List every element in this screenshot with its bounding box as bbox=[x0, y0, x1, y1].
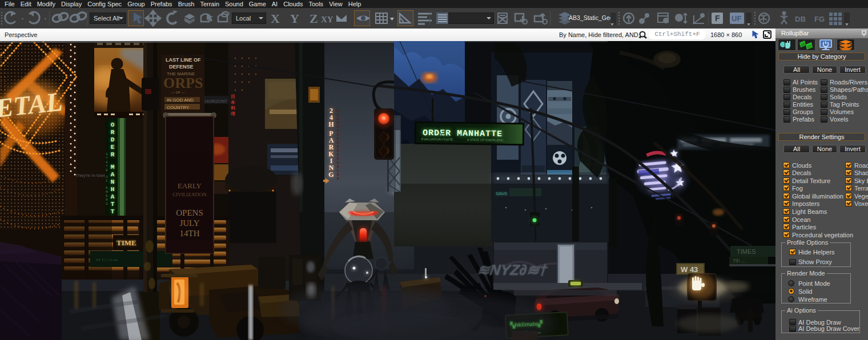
svg-text:SAVE: SAVE bbox=[496, 191, 508, 196]
svg-text:G: G bbox=[106, 202, 108, 205]
svg-text:A: A bbox=[111, 171, 115, 178]
svg-text:G: G bbox=[328, 171, 333, 179]
svg-text:AB3_Static_Geo: AB3_Static_Geo bbox=[569, 14, 613, 21]
svg-text:R: R bbox=[111, 151, 115, 158]
svg-text:X: X bbox=[271, 11, 280, 26]
svg-text:T: T bbox=[111, 208, 115, 215]
svg-text:O: O bbox=[111, 122, 115, 128]
svg-text:ORPS: ORPS bbox=[163, 75, 203, 91]
svg-text:They're in town: They're in town bbox=[75, 173, 106, 178]
svg-text:COUNTRY: COUNTRY bbox=[167, 105, 190, 110]
svg-text:Z: Z bbox=[310, 11, 318, 26]
svg-text:A STATE OF EMERGENC..: A STATE OF EMERGENC.. bbox=[467, 138, 506, 142]
svg-text:T: T bbox=[111, 201, 115, 208]
svg-text:EARLY: EARLY bbox=[178, 181, 202, 190]
svg-text:F: F bbox=[715, 14, 720, 23]
svg-text:T: T bbox=[106, 156, 107, 160]
svg-text:JULY: JULY bbox=[179, 218, 199, 228]
svg-text:日: 日 bbox=[231, 94, 235, 99]
svg-text:CIVILIZATION: CIVILIZATION bbox=[172, 192, 207, 197]
svg-text:R: R bbox=[106, 198, 108, 201]
svg-text:14TH: 14TH bbox=[180, 229, 200, 238]
svg-text:N: N bbox=[111, 179, 115, 185]
svg-text:— OF —: — OF — bbox=[171, 91, 185, 94]
svg-text:D: D bbox=[111, 136, 115, 143]
svg-text:UF: UF bbox=[732, 14, 741, 23]
svg-text:▾▾ ECIA ▸▸: ▾▾ ECIA ▸▸ bbox=[96, 257, 118, 262]
svg-text:O: O bbox=[106, 175, 108, 179]
svg-text:LAST LINE OF: LAST LINE OF bbox=[166, 57, 201, 63]
svg-text:M: M bbox=[106, 190, 108, 193]
svg-text:R: R bbox=[111, 129, 115, 136]
svg-text:7th ...: 7th ... bbox=[733, 258, 746, 264]
svg-text:Y: Y bbox=[290, 11, 299, 26]
svg-text:T: T bbox=[106, 164, 107, 168]
svg-text:F: F bbox=[106, 179, 107, 183]
svg-text:DEFENSE: DEFENSE bbox=[169, 64, 194, 70]
svg-text:E: E bbox=[111, 144, 115, 151]
svg-text:W 43: W 43 bbox=[681, 265, 698, 274]
svg-text:EVACUATION ROUTE.: EVACUATION ROUTE. bbox=[421, 137, 455, 141]
svg-text:理: 理 bbox=[230, 111, 235, 116]
svg-text:H: H bbox=[111, 186, 115, 193]
svg-text:DB: DB bbox=[795, 15, 806, 23]
svg-text:XY: XY bbox=[321, 15, 333, 24]
svg-text:M: M bbox=[111, 164, 115, 171]
svg-text:TIMES: TIMES bbox=[737, 248, 756, 255]
svg-text:料: 料 bbox=[230, 106, 236, 111]
svg-text:TIME: TIME bbox=[116, 238, 136, 247]
svg-text:A: A bbox=[111, 193, 115, 200]
svg-text:H: H bbox=[328, 120, 334, 128]
svg-text:OPENS: OPENS bbox=[176, 208, 203, 217]
svg-text:FG: FG bbox=[814, 15, 825, 23]
svg-text:IN GOD AND: IN GOD AND bbox=[167, 98, 194, 103]
svg-text:本: 本 bbox=[230, 100, 235, 105]
